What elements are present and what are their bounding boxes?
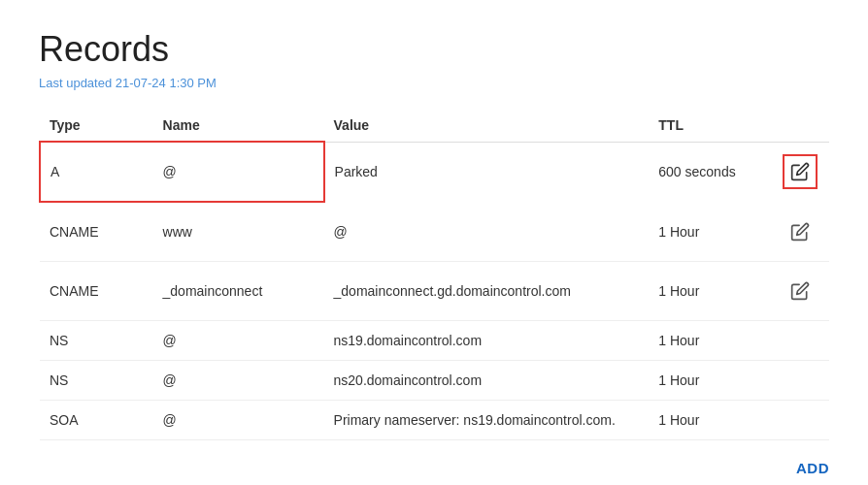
- records-table: Type Name Value TTL A@Parked600 seconds …: [39, 110, 829, 440]
- edit-button[interactable]: [783, 274, 818, 308]
- table-row: A@Parked600 seconds: [40, 142, 829, 202]
- cell-type: NS: [40, 320, 153, 360]
- cell-value: Primary nameserver: ns19.domaincontrol.c…: [324, 400, 650, 439]
- cell-ttl: 1 Hour: [649, 202, 771, 262]
- cell-ttl: 1 Hour: [649, 261, 771, 320]
- cell-ttl: 1 Hour: [649, 320, 771, 360]
- cell-action: [771, 142, 829, 202]
- table-header-row: Type Name Value TTL: [40, 110, 829, 142]
- cell-action: [771, 320, 829, 360]
- col-header-ttl: TTL: [649, 110, 771, 142]
- cell-action: [771, 360, 829, 400]
- cell-name: www: [153, 202, 324, 262]
- cell-value: ns20.domaincontrol.com: [324, 360, 650, 400]
- edit-icon: [790, 281, 810, 301]
- table-row: CNAMEwww@1 Hour: [40, 202, 829, 262]
- page-title: Records: [39, 29, 829, 70]
- col-header-type: Type: [40, 110, 153, 142]
- cell-name: @: [153, 142, 324, 202]
- table-row: SOA@Primary nameserver: ns19.domaincontr…: [40, 400, 829, 439]
- cell-value: ns19.domaincontrol.com: [324, 320, 650, 360]
- cell-value: _domainconnect.gd.domaincontrol.com: [324, 261, 650, 320]
- table-row: CNAME_domainconnect_domainconnect.gd.dom…: [40, 261, 829, 320]
- cell-type: CNAME: [40, 261, 153, 320]
- col-header-action: [771, 110, 829, 142]
- cell-value: @: [324, 202, 650, 262]
- cell-action: [771, 202, 829, 262]
- last-updated-text: Last updated 21-07-24 1:30 PM: [39, 76, 829, 90]
- cell-type: SOA: [40, 400, 153, 439]
- cell-name: @: [153, 320, 324, 360]
- table-row: NS@ns20.domaincontrol.com1 Hour: [40, 360, 829, 400]
- edit-icon: [790, 162, 810, 181]
- cell-action: [771, 261, 829, 320]
- cell-ttl: 1 Hour: [649, 400, 771, 439]
- cell-action: [771, 400, 829, 439]
- add-button[interactable]: ADD: [796, 460, 829, 476]
- cell-type: A: [40, 142, 153, 202]
- cell-name: @: [153, 360, 324, 400]
- table-row: NS@ns19.domaincontrol.com1 Hour: [40, 320, 829, 360]
- cell-type: NS: [40, 360, 153, 400]
- cell-name: @: [153, 400, 324, 439]
- col-header-name: Name: [153, 110, 324, 142]
- cell-name: _domainconnect: [153, 261, 324, 320]
- edit-button[interactable]: [783, 154, 818, 189]
- cell-value: Parked: [324, 142, 650, 202]
- edit-button[interactable]: [783, 214, 818, 249]
- col-header-value: Value: [324, 110, 650, 142]
- cell-ttl: 1 Hour: [649, 360, 771, 400]
- cell-ttl: 600 seconds: [649, 142, 771, 202]
- cell-type: CNAME: [40, 202, 153, 262]
- edit-icon: [790, 222, 810, 242]
